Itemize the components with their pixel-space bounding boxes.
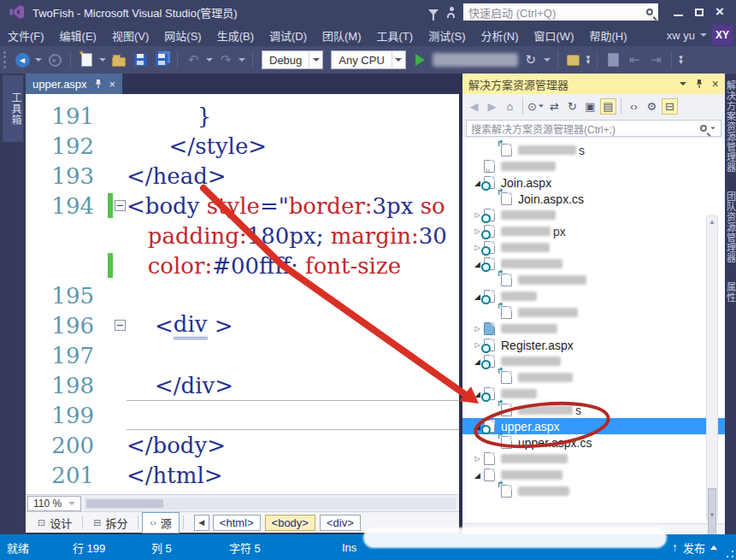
refresh-browser-button[interactable]: ↻ xyxy=(522,51,539,68)
breadcrumb-tag[interactable]: <div> xyxy=(320,515,361,531)
save-all-button[interactable] xyxy=(153,51,170,68)
new-file-dropdown-icon[interactable] xyxy=(99,58,106,62)
tree-item-censored[interactable] xyxy=(462,304,725,321)
save-button[interactable] xyxy=(132,51,149,68)
breadcrumb-tag[interactable]: <body> xyxy=(265,515,315,531)
zoom-level-select[interactable]: 110 % xyxy=(27,496,81,511)
auto-hide-pin-icon[interactable] xyxy=(695,79,704,89)
preview-selected-items-icon[interactable]: ▤ xyxy=(600,98,616,115)
code-line-196[interactable]: 196 <div > xyxy=(26,310,459,340)
collapse-all-icon[interactable]: ⊟ xyxy=(662,98,678,115)
code-line-wrap[interactable]: padding:180px; margin:30 xyxy=(26,221,459,251)
user-dropdown-icon[interactable] xyxy=(700,33,707,37)
view-tab-拆分[interactable]: ⊟拆分 xyxy=(86,513,134,533)
horizontal-scrollbar[interactable] xyxy=(85,498,456,510)
tree-item-censored[interactable]: s xyxy=(462,142,725,158)
window-position-dropdown-icon[interactable] xyxy=(680,82,686,85)
properties-icon[interactable]: ⚙ xyxy=(644,98,660,115)
home-icon[interactable]: ⌂ xyxy=(502,98,518,115)
minimize-button[interactable] xyxy=(674,15,683,16)
publish-button[interactable]: ↑ 发布 xyxy=(672,539,717,556)
menu-item-3[interactable]: 视图(V) xyxy=(104,24,156,47)
maximize-button[interactable] xyxy=(695,9,704,16)
navigate-backward-dropdown-icon[interactable] xyxy=(35,58,42,62)
code-line-200[interactable]: 200</body> xyxy=(26,430,459,460)
pending-changes-filter-dropdown-icon[interactable] xyxy=(539,105,544,108)
tab-close-icon[interactable]: × xyxy=(109,79,116,90)
solution-explorer-vertical-tab[interactable]: 解决方案资源管理器 xyxy=(724,77,736,176)
scroll-up-icon[interactable]: ▲ xyxy=(707,216,717,227)
code-line-195[interactable]: 195 xyxy=(26,280,459,310)
tree-item-upper.aspx.cs[interactable]: upper.aspx.cs xyxy=(462,434,725,451)
tree-item-censored[interactable] xyxy=(462,369,725,386)
tree-item-censored[interactable]: ▷px xyxy=(462,223,725,239)
tree-expander-open[interactable]: ◢ xyxy=(471,471,484,480)
menu-item-11[interactable]: 窗口(W) xyxy=(527,24,582,47)
browse-with-button[interactable] xyxy=(565,51,582,68)
tree-item-censored[interactable]: s xyxy=(462,402,725,418)
view-code-icon[interactable]: ‹› xyxy=(626,98,642,115)
sync-with-active-document-icon[interactable]: ⇄ xyxy=(546,98,562,115)
refresh-browser-dropdown-icon[interactable] xyxy=(544,58,551,62)
toolbar-overflow-icon[interactable]: ▾▾ xyxy=(679,56,683,64)
view-tab-源[interactable]: ‹›源 xyxy=(142,512,179,533)
code-line-wrap[interactable]: color:#00ffff; font-size xyxy=(26,251,459,280)
horizontal-scrollbar-thumb[interactable] xyxy=(86,499,163,508)
solution-tree-scrollbar[interactable]: ▲ ▼ xyxy=(706,215,718,521)
undo-dropdown-icon[interactable] xyxy=(206,58,213,62)
menu-item-1[interactable]: 文件(F) xyxy=(0,24,52,47)
user-name[interactable]: xw yu xyxy=(667,29,695,42)
properties-vertical-tab[interactable]: 属性 xyxy=(724,279,736,306)
resize-grip[interactable] xyxy=(727,551,733,557)
fold-collapse-icon[interactable] xyxy=(115,320,126,331)
fold-collapse-icon[interactable] xyxy=(115,200,126,211)
toolbar-options-icon[interactable]: ▾▾ xyxy=(586,56,591,64)
code-line-192[interactable]: 192 </style> xyxy=(26,131,459,161)
tree-item-censored[interactable]: ▷ xyxy=(462,451,725,467)
menu-item-12[interactable]: 帮助(H) xyxy=(581,24,634,47)
code-line-201[interactable]: 201</html> xyxy=(26,460,459,490)
menu-item-6[interactable]: 调试(D) xyxy=(262,24,315,47)
menu-item-5[interactable]: 生成(B) xyxy=(209,24,262,47)
code-editor[interactable]: 191 }192 </style>193</head>194<body styl… xyxy=(26,94,459,494)
pin-icon[interactable] xyxy=(94,79,103,89)
code-line-193[interactable]: 193</head> xyxy=(26,161,459,191)
solution-platform-combobox[interactable]: Any CPU xyxy=(331,50,405,69)
code-line-198[interactable]: 198 </div> xyxy=(26,370,459,400)
forward-icon[interactable]: ▶ xyxy=(484,98,500,115)
solution-config-combobox[interactable]: Debug xyxy=(262,50,323,69)
tree-item-censored[interactable] xyxy=(462,272,725,288)
tree-item-censored[interactable] xyxy=(462,483,725,499)
solution-search-input[interactable]: 搜索解决方案资源管理器(Ctrl+;) xyxy=(466,120,721,137)
toolbox-vertical-tab[interactable]: 工具箱 xyxy=(3,75,23,142)
code-line-199[interactable]: 199 xyxy=(26,400,459,430)
open-file-button[interactable] xyxy=(110,51,127,68)
code-line-191[interactable]: 191 } xyxy=(26,101,459,131)
tree-item-censored[interactable]: ▷ xyxy=(462,321,725,337)
close-button[interactable]: × xyxy=(715,8,724,16)
tree-expander-closed[interactable]: ▷ xyxy=(471,325,484,333)
start-debugging-button[interactable] xyxy=(415,54,425,66)
tree-item-censored[interactable] xyxy=(462,158,725,174)
menu-item-9[interactable]: 测试(S) xyxy=(421,24,473,47)
tree-item-Join.aspx.cs[interactable]: Join.aspx.cs xyxy=(462,191,725,207)
back-icon[interactable]: ◀ xyxy=(466,98,482,115)
increase-indent-button[interactable]: ⇥ xyxy=(647,51,664,68)
redo-dropdown-icon[interactable] xyxy=(238,58,245,62)
scroll-down-icon[interactable]: ▼ xyxy=(707,510,717,520)
tree-item-Register.aspx[interactable]: ▷Register.aspx xyxy=(462,337,725,353)
redo-button[interactable]: ↷ xyxy=(217,51,234,68)
filter-icon[interactable] xyxy=(428,9,439,15)
decrease-indent-button[interactable]: ⇤ xyxy=(626,51,643,68)
menu-item-4[interactable]: 网站(S) xyxy=(156,24,209,47)
menu-item-10[interactable]: 分析(N) xyxy=(473,24,526,47)
menu-item-2[interactable]: 编辑(E) xyxy=(52,24,104,47)
feedback-icon[interactable] xyxy=(447,13,455,18)
quick-launch-input[interactable]: 快速启动 (Ctrl+Q) xyxy=(463,3,658,21)
toolbar-grip[interactable] xyxy=(3,51,8,68)
new-file-button[interactable] xyxy=(78,51,95,68)
tree-expander-closed[interactable]: ▷ xyxy=(471,455,484,463)
pending-changes-filter-icon[interactable]: ⊙ xyxy=(527,98,545,115)
code-line-194[interactable]: 194<body style="border:3px so xyxy=(26,191,459,221)
breadcrumb-tag[interactable]: <html> xyxy=(213,515,261,531)
